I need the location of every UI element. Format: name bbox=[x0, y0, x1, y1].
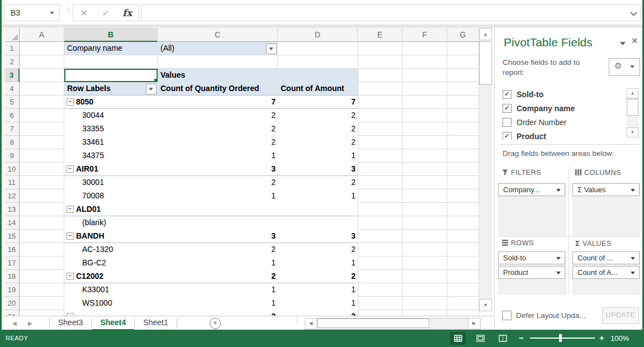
cell-F10[interactable] bbox=[402, 163, 447, 176]
cell-C11[interactable]: 2 bbox=[158, 176, 278, 189]
collapse-group-icon[interactable]: − bbox=[67, 206, 74, 213]
close-icon[interactable]: ✕ bbox=[631, 36, 638, 46]
cell-G15[interactable] bbox=[447, 230, 479, 243]
cell-A20[interactable] bbox=[20, 297, 64, 310]
cell-C5[interactable]: 7 bbox=[158, 96, 278, 109]
column-header-F[interactable]: F bbox=[402, 28, 447, 42]
vertical-scrollbar-thumb[interactable] bbox=[479, 41, 492, 85]
cell-G17[interactable] bbox=[447, 256, 479, 270]
name-box[interactable]: B3 bbox=[4, 4, 60, 21]
field-item-product[interactable]: ✓Product bbox=[501, 129, 613, 140]
field-list-scrollbar-thumb[interactable] bbox=[627, 99, 638, 116]
row-header-11[interactable]: 11 bbox=[4, 176, 20, 189]
cell-C2[interactable] bbox=[158, 55, 278, 69]
cell-D19[interactable]: 1 bbox=[278, 283, 358, 297]
cell-B15[interactable]: −BANDH bbox=[64, 230, 158, 243]
cell-A9[interactable] bbox=[20, 149, 64, 163]
row-header-6[interactable]: 6 bbox=[4, 109, 20, 122]
row-header-18[interactable]: 18 bbox=[4, 270, 20, 283]
cancel-icon[interactable]: ✕ bbox=[73, 8, 95, 18]
row-header-16[interactable]: 16 bbox=[4, 243, 20, 256]
cell-B9[interactable]: 34375 bbox=[64, 149, 158, 163]
cell-E6[interactable] bbox=[358, 109, 402, 122]
cell-B1[interactable]: Company name bbox=[64, 42, 158, 55]
cell-F2[interactable] bbox=[402, 55, 447, 69]
cell-E2[interactable] bbox=[358, 55, 402, 69]
cell-D14[interactable] bbox=[278, 216, 358, 230]
cell-B11[interactable]: 30001 bbox=[64, 176, 158, 189]
cell-F16[interactable] bbox=[402, 243, 447, 256]
normal-view-icon[interactable] bbox=[450, 332, 466, 345]
scroll-left-icon[interactable]: ◀ bbox=[305, 319, 317, 328]
chevron-down-icon[interactable] bbox=[556, 189, 561, 192]
pane-options-dropdown-icon[interactable] bbox=[620, 42, 626, 45]
cell-B8[interactable]: 33461 bbox=[64, 136, 158, 149]
cell-G3[interactable] bbox=[447, 69, 479, 82]
cell-E15[interactable] bbox=[358, 230, 402, 243]
row-header-7[interactable]: 7 bbox=[4, 122, 20, 136]
row-header-17[interactable]: 17 bbox=[4, 256, 20, 270]
collapse-group-icon[interactable]: − bbox=[67, 232, 74, 240]
cell-G7[interactable] bbox=[447, 122, 479, 136]
cell-C7[interactable]: 2 bbox=[158, 122, 278, 136]
scroll-up-icon[interactable]: ▲ bbox=[479, 28, 492, 40]
cell-C10[interactable]: 3 bbox=[158, 163, 278, 176]
cell-B13[interactable]: −ALD01 bbox=[64, 203, 158, 216]
enter-icon[interactable]: ✓ bbox=[95, 8, 117, 18]
cell-C8[interactable]: 2 bbox=[158, 136, 278, 149]
cell-B2[interactable] bbox=[64, 55, 158, 69]
cell-F1[interactable] bbox=[402, 42, 447, 55]
cell-B21[interactable]: − bbox=[64, 310, 158, 316]
cell-E17[interactable] bbox=[358, 256, 402, 270]
scroll-up-icon[interactable]: ▲ bbox=[627, 88, 638, 98]
cell-F18[interactable] bbox=[402, 270, 447, 283]
cell-E21[interactable] bbox=[358, 310, 402, 316]
page-layout-view-icon[interactable] bbox=[472, 332, 488, 345]
cell-E16[interactable] bbox=[358, 243, 402, 256]
cell-B12[interactable]: 70008 bbox=[64, 189, 158, 203]
row-header-1[interactable]: 1 bbox=[4, 42, 20, 55]
chevron-down-icon[interactable] bbox=[631, 189, 635, 192]
cell-G12[interactable] bbox=[447, 189, 479, 203]
collapse-group-icon[interactable]: − bbox=[67, 98, 74, 106]
row-header-14[interactable]: 14 bbox=[4, 216, 20, 230]
cell-G19[interactable] bbox=[447, 283, 479, 297]
cell-D1[interactable] bbox=[278, 42, 358, 55]
cell-G14[interactable] bbox=[447, 216, 479, 230]
columns-drop-zone[interactable]: Σ Values bbox=[572, 183, 641, 236]
cell-C17[interactable]: 1 bbox=[158, 256, 278, 270]
row-header-21[interactable]: 21 bbox=[4, 310, 20, 316]
values-drop-zone[interactable]: Count of ...Count of A... bbox=[572, 251, 641, 295]
cell-G20[interactable] bbox=[447, 297, 479, 310]
cell-C14[interactable] bbox=[158, 216, 278, 230]
collapse-group-icon[interactable]: − bbox=[67, 165, 74, 173]
cell-E19[interactable] bbox=[358, 283, 402, 297]
rows-field-button-2[interactable]: Product bbox=[498, 266, 565, 279]
tools-button[interactable]: ⚙ bbox=[609, 58, 640, 76]
cell-A2[interactable] bbox=[20, 55, 64, 69]
cell-C20[interactable]: 1 bbox=[158, 297, 278, 310]
select-all-corner[interactable] bbox=[4, 28, 20, 42]
cell-B14[interactable]: (blank) bbox=[64, 216, 158, 230]
cell-B10[interactable]: −AIR01 bbox=[64, 163, 158, 176]
cell-D15[interactable]: 3 bbox=[278, 230, 358, 243]
cell-A16[interactable] bbox=[20, 243, 64, 256]
field-item-order-number[interactable]: Order Number bbox=[501, 115, 613, 129]
cell-G13[interactable] bbox=[447, 203, 479, 216]
cell-C21[interactable]: 2 bbox=[158, 310, 278, 316]
cell-A7[interactable] bbox=[20, 122, 64, 136]
cell-B7[interactable]: 33355 bbox=[64, 122, 158, 136]
zoom-slider-thumb[interactable] bbox=[559, 334, 562, 342]
cell-G1[interactable] bbox=[447, 42, 479, 55]
cell-B17[interactable]: BG-C2 bbox=[64, 256, 158, 270]
cell-E7[interactable] bbox=[358, 122, 402, 136]
cell-F19[interactable] bbox=[402, 283, 447, 297]
name-box-dropdown-icon[interactable] bbox=[50, 12, 54, 15]
field-item-company-name[interactable]: ✓Company name bbox=[501, 101, 613, 115]
cell-E18[interactable] bbox=[358, 270, 402, 283]
cell-F4[interactable] bbox=[402, 82, 447, 96]
cell-C15[interactable]: 3 bbox=[158, 230, 278, 243]
cell-D6[interactable]: 2 bbox=[278, 109, 358, 122]
row-header-12[interactable]: 12 bbox=[4, 189, 20, 203]
row-header-15[interactable]: 15 bbox=[4, 230, 20, 243]
